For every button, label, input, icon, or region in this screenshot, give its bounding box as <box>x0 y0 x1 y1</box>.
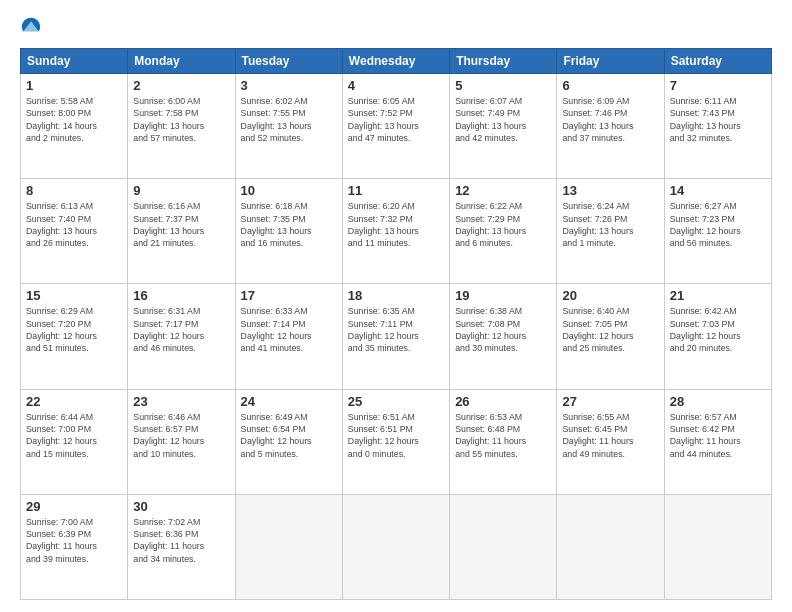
day-info: Sunrise: 6:44 AMSunset: 7:00 PMDaylight:… <box>26 411 122 460</box>
day-number: 27 <box>562 394 658 409</box>
table-row: 3Sunrise: 6:02 AMSunset: 7:55 PMDaylight… <box>235 74 342 179</box>
day-info: Sunrise: 6:07 AMSunset: 7:49 PMDaylight:… <box>455 95 551 144</box>
day-info: Sunrise: 6:35 AMSunset: 7:11 PMDaylight:… <box>348 305 444 354</box>
day-number: 30 <box>133 499 229 514</box>
header-sunday: Sunday <box>21 49 128 74</box>
header-tuesday: Tuesday <box>235 49 342 74</box>
day-number: 24 <box>241 394 337 409</box>
day-info: Sunrise: 6:20 AMSunset: 7:32 PMDaylight:… <box>348 200 444 249</box>
day-info: Sunrise: 6:22 AMSunset: 7:29 PMDaylight:… <box>455 200 551 249</box>
table-row: 2Sunrise: 6:00 AMSunset: 7:58 PMDaylight… <box>128 74 235 179</box>
day-info: Sunrise: 5:58 AMSunset: 8:00 PMDaylight:… <box>26 95 122 144</box>
day-info: Sunrise: 7:02 AMSunset: 6:36 PMDaylight:… <box>133 516 229 565</box>
day-number: 4 <box>348 78 444 93</box>
table-row: 18Sunrise: 6:35 AMSunset: 7:11 PMDayligh… <box>342 284 449 389</box>
day-number: 25 <box>348 394 444 409</box>
day-info: Sunrise: 6:02 AMSunset: 7:55 PMDaylight:… <box>241 95 337 144</box>
table-row: 8Sunrise: 6:13 AMSunset: 7:40 PMDaylight… <box>21 179 128 284</box>
table-row: 26Sunrise: 6:53 AMSunset: 6:48 PMDayligh… <box>450 389 557 494</box>
table-row: 6Sunrise: 6:09 AMSunset: 7:46 PMDaylight… <box>557 74 664 179</box>
day-number: 6 <box>562 78 658 93</box>
day-number: 8 <box>26 183 122 198</box>
table-row: 25Sunrise: 6:51 AMSunset: 6:51 PMDayligh… <box>342 389 449 494</box>
day-info: Sunrise: 6:05 AMSunset: 7:52 PMDaylight:… <box>348 95 444 144</box>
day-info: Sunrise: 6:29 AMSunset: 7:20 PMDaylight:… <box>26 305 122 354</box>
table-row: 13Sunrise: 6:24 AMSunset: 7:26 PMDayligh… <box>557 179 664 284</box>
calendar: Sunday Monday Tuesday Wednesday Thursday… <box>20 48 772 600</box>
day-number: 1 <box>26 78 122 93</box>
day-number: 29 <box>26 499 122 514</box>
day-info: Sunrise: 6:13 AMSunset: 7:40 PMDaylight:… <box>26 200 122 249</box>
day-info: Sunrise: 6:55 AMSunset: 6:45 PMDaylight:… <box>562 411 658 460</box>
table-row <box>664 494 771 599</box>
day-info: Sunrise: 7:00 AMSunset: 6:39 PMDaylight:… <box>26 516 122 565</box>
day-info: Sunrise: 6:49 AMSunset: 6:54 PMDaylight:… <box>241 411 337 460</box>
table-row: 28Sunrise: 6:57 AMSunset: 6:42 PMDayligh… <box>664 389 771 494</box>
table-row: 12Sunrise: 6:22 AMSunset: 7:29 PMDayligh… <box>450 179 557 284</box>
day-number: 19 <box>455 288 551 303</box>
day-info: Sunrise: 6:57 AMSunset: 6:42 PMDaylight:… <box>670 411 766 460</box>
day-info: Sunrise: 6:11 AMSunset: 7:43 PMDaylight:… <box>670 95 766 144</box>
table-row: 19Sunrise: 6:38 AMSunset: 7:08 PMDayligh… <box>450 284 557 389</box>
day-info: Sunrise: 6:31 AMSunset: 7:17 PMDaylight:… <box>133 305 229 354</box>
day-number: 10 <box>241 183 337 198</box>
day-number: 18 <box>348 288 444 303</box>
table-row: 24Sunrise: 6:49 AMSunset: 6:54 PMDayligh… <box>235 389 342 494</box>
header-saturday: Saturday <box>664 49 771 74</box>
table-row <box>342 494 449 599</box>
weekday-header-row: Sunday Monday Tuesday Wednesday Thursday… <box>21 49 772 74</box>
table-row: 14Sunrise: 6:27 AMSunset: 7:23 PMDayligh… <box>664 179 771 284</box>
table-row: 16Sunrise: 6:31 AMSunset: 7:17 PMDayligh… <box>128 284 235 389</box>
day-number: 22 <box>26 394 122 409</box>
calendar-row: 1Sunrise: 5:58 AMSunset: 8:00 PMDaylight… <box>21 74 772 179</box>
table-row: 22Sunrise: 6:44 AMSunset: 7:00 PMDayligh… <box>21 389 128 494</box>
logo <box>20 16 46 38</box>
day-info: Sunrise: 6:53 AMSunset: 6:48 PMDaylight:… <box>455 411 551 460</box>
table-row: 29Sunrise: 7:00 AMSunset: 6:39 PMDayligh… <box>21 494 128 599</box>
table-row: 30Sunrise: 7:02 AMSunset: 6:36 PMDayligh… <box>128 494 235 599</box>
day-number: 28 <box>670 394 766 409</box>
day-number: 3 <box>241 78 337 93</box>
day-number: 2 <box>133 78 229 93</box>
header-thursday: Thursday <box>450 49 557 74</box>
day-info: Sunrise: 6:38 AMSunset: 7:08 PMDaylight:… <box>455 305 551 354</box>
table-row: 17Sunrise: 6:33 AMSunset: 7:14 PMDayligh… <box>235 284 342 389</box>
day-number: 5 <box>455 78 551 93</box>
table-row: 5Sunrise: 6:07 AMSunset: 7:49 PMDaylight… <box>450 74 557 179</box>
header-monday: Monday <box>128 49 235 74</box>
day-number: 17 <box>241 288 337 303</box>
calendar-row: 8Sunrise: 6:13 AMSunset: 7:40 PMDaylight… <box>21 179 772 284</box>
day-info: Sunrise: 6:42 AMSunset: 7:03 PMDaylight:… <box>670 305 766 354</box>
day-number: 21 <box>670 288 766 303</box>
table-row <box>235 494 342 599</box>
calendar-row: 15Sunrise: 6:29 AMSunset: 7:20 PMDayligh… <box>21 284 772 389</box>
day-info: Sunrise: 6:40 AMSunset: 7:05 PMDaylight:… <box>562 305 658 354</box>
day-number: 26 <box>455 394 551 409</box>
day-info: Sunrise: 6:00 AMSunset: 7:58 PMDaylight:… <box>133 95 229 144</box>
day-number: 7 <box>670 78 766 93</box>
day-info: Sunrise: 6:33 AMSunset: 7:14 PMDaylight:… <box>241 305 337 354</box>
day-number: 13 <box>562 183 658 198</box>
day-number: 15 <box>26 288 122 303</box>
day-info: Sunrise: 6:16 AMSunset: 7:37 PMDaylight:… <box>133 200 229 249</box>
calendar-row: 29Sunrise: 7:00 AMSunset: 6:39 PMDayligh… <box>21 494 772 599</box>
day-info: Sunrise: 6:18 AMSunset: 7:35 PMDaylight:… <box>241 200 337 249</box>
table-row: 10Sunrise: 6:18 AMSunset: 7:35 PMDayligh… <box>235 179 342 284</box>
calendar-row: 22Sunrise: 6:44 AMSunset: 7:00 PMDayligh… <box>21 389 772 494</box>
table-row: 1Sunrise: 5:58 AMSunset: 8:00 PMDaylight… <box>21 74 128 179</box>
table-row: 15Sunrise: 6:29 AMSunset: 7:20 PMDayligh… <box>21 284 128 389</box>
day-number: 11 <box>348 183 444 198</box>
day-info: Sunrise: 6:27 AMSunset: 7:23 PMDaylight:… <box>670 200 766 249</box>
table-row: 23Sunrise: 6:46 AMSunset: 6:57 PMDayligh… <box>128 389 235 494</box>
table-row <box>450 494 557 599</box>
table-row: 21Sunrise: 6:42 AMSunset: 7:03 PMDayligh… <box>664 284 771 389</box>
day-number: 20 <box>562 288 658 303</box>
day-info: Sunrise: 6:24 AMSunset: 7:26 PMDaylight:… <box>562 200 658 249</box>
table-row: 7Sunrise: 6:11 AMSunset: 7:43 PMDaylight… <box>664 74 771 179</box>
table-row <box>557 494 664 599</box>
table-row: 20Sunrise: 6:40 AMSunset: 7:05 PMDayligh… <box>557 284 664 389</box>
day-info: Sunrise: 6:09 AMSunset: 7:46 PMDaylight:… <box>562 95 658 144</box>
table-row: 9Sunrise: 6:16 AMSunset: 7:37 PMDaylight… <box>128 179 235 284</box>
table-row: 4Sunrise: 6:05 AMSunset: 7:52 PMDaylight… <box>342 74 449 179</box>
day-info: Sunrise: 6:46 AMSunset: 6:57 PMDaylight:… <box>133 411 229 460</box>
